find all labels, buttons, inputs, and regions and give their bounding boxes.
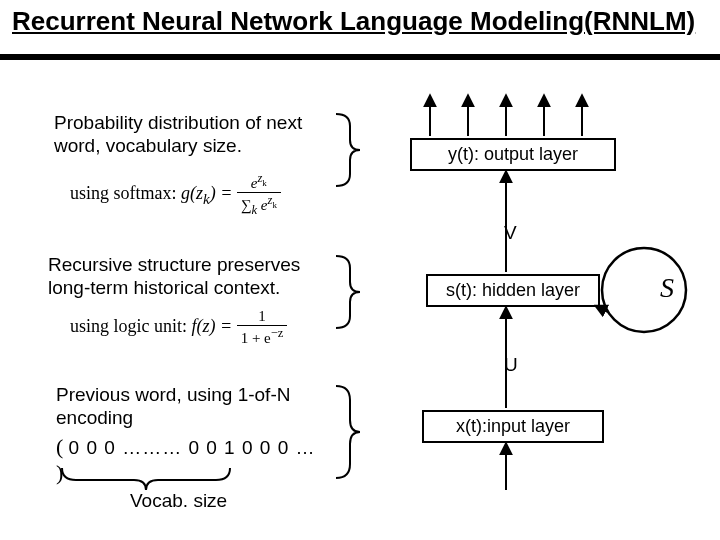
input-layer-box: x(t):input layer xyxy=(422,410,604,443)
output-layer-box: y(t): output layer xyxy=(410,138,616,171)
logic-formula: using logic unit: f(z) = 1 1 + e−z xyxy=(70,308,287,347)
hidden-note: Recursive structure preserves long-term … xyxy=(48,254,318,300)
softmax-formula: using softmax: g(zk) = ezk ∑k ezk xyxy=(70,171,281,218)
matrix-U-label: U xyxy=(504,354,518,376)
vocab-size-label: Vocab. size xyxy=(130,490,227,513)
brace-input xyxy=(336,386,360,478)
brace-hidden xyxy=(336,256,360,328)
output-note: Probability distribution of next word, v… xyxy=(54,112,314,158)
page-title: Recurrent Neural Network Language Modeli… xyxy=(12,6,695,37)
input-note: Previous word, using 1-of-N encoding ( 0… xyxy=(56,384,316,486)
matrix-S-label: S xyxy=(660,272,674,304)
title-underline xyxy=(0,54,720,60)
brace-output xyxy=(336,114,360,186)
hidden-layer-box: s(t): hidden layer xyxy=(426,274,600,307)
matrix-V-label: V xyxy=(504,222,517,244)
